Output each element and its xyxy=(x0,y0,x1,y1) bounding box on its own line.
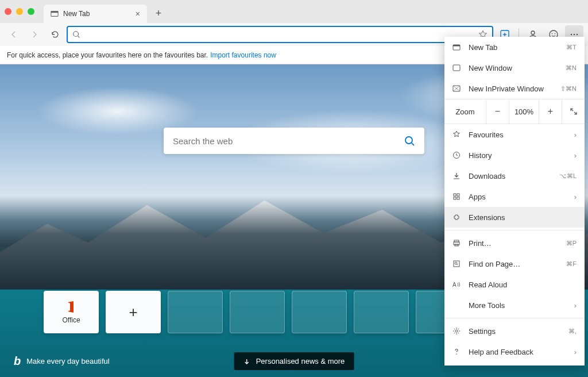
menu-favourites[interactable]: Favourites › xyxy=(444,124,585,145)
svg-point-32 xyxy=(455,330,458,332)
import-favourites-link[interactable]: Import favourites now xyxy=(210,51,276,59)
menu-downloads[interactable]: Downloads ⌥⌘L xyxy=(444,166,585,186)
arrow-down-icon xyxy=(243,358,250,365)
browser-tab[interactable]: New Tab × xyxy=(44,5,147,23)
chevron-right-icon: › xyxy=(574,348,577,356)
svg-rect-24 xyxy=(457,197,459,199)
menu-apps[interactable]: Apps › xyxy=(444,186,585,207)
svg-point-7 xyxy=(531,31,535,34)
svg-line-30 xyxy=(457,264,458,266)
web-search-input[interactable] xyxy=(173,136,404,146)
svg-rect-17 xyxy=(453,45,460,47)
favourites-bar-text: For quick access, place your favourites … xyxy=(7,51,208,59)
new-tab-button[interactable]: + xyxy=(150,5,167,21)
menu-find[interactable]: Find on Page… ⌘F xyxy=(444,253,585,274)
chevron-right-icon: › xyxy=(574,151,577,160)
inprivate-icon xyxy=(452,84,462,93)
tile-placeholder[interactable] xyxy=(292,291,347,333)
download-icon xyxy=(452,172,462,180)
menu-new-tab[interactable]: New Tab ⌘T xyxy=(444,37,585,57)
svg-point-2 xyxy=(74,32,79,37)
refresh-button[interactable] xyxy=(46,25,64,44)
tile-placeholder[interactable] xyxy=(230,291,285,333)
search-submit-icon[interactable] xyxy=(404,135,415,147)
menu-extensions[interactable]: Extensions xyxy=(444,207,585,228)
plus-icon: + xyxy=(129,303,137,321)
fullscreen-button[interactable] xyxy=(562,99,585,124)
menu-separator xyxy=(444,318,585,318)
menu-settings[interactable]: Settings ⌘, xyxy=(444,321,585,341)
svg-text:A: A xyxy=(452,282,457,288)
back-button[interactable] xyxy=(5,25,23,44)
read-aloud-icon: A xyxy=(452,280,462,288)
bing-logo-icon: b xyxy=(14,355,21,368)
star-icon xyxy=(452,130,462,139)
svg-point-13 xyxy=(577,34,578,35)
settings-menu: New Tab ⌘T New Window ⌘N New InPrivate W… xyxy=(444,37,585,366)
svg-point-29 xyxy=(455,262,457,264)
news-pill-label: Personalised news & more xyxy=(256,357,345,366)
extensions-icon xyxy=(452,213,462,221)
office-icon xyxy=(64,300,78,314)
svg-rect-22 xyxy=(457,194,459,196)
tile-placeholder[interactable] xyxy=(168,291,223,333)
tile-add[interactable]: + xyxy=(106,291,161,333)
chevron-right-icon: › xyxy=(574,193,577,201)
menu-separator xyxy=(444,230,585,230)
svg-line-15 xyxy=(412,143,414,145)
apps-icon xyxy=(452,193,462,201)
tagline-text: Make every day beautiful xyxy=(26,357,110,366)
menu-new-inprivate[interactable]: New InPrivate Window ⇧⌘N xyxy=(444,78,585,99)
svg-point-10 xyxy=(555,33,556,34)
news-toggle-pill[interactable]: Personalised news & more xyxy=(234,352,354,370)
tile-placeholder[interactable] xyxy=(354,291,409,333)
menu-zoom-row: Zoom − 100% + xyxy=(444,99,585,124)
chevron-right-icon: › xyxy=(574,130,577,139)
address-input[interactable] xyxy=(84,30,475,39)
menu-more-tools[interactable]: More Tools › xyxy=(444,295,585,316)
svg-rect-28 xyxy=(454,261,459,267)
chevron-right-icon: › xyxy=(574,301,577,310)
zoom-in-button[interactable]: + xyxy=(539,99,562,124)
svg-rect-21 xyxy=(454,194,456,196)
tile-office[interactable]: Office xyxy=(44,291,99,333)
print-icon xyxy=(452,239,462,247)
zoom-value: 100% xyxy=(509,99,539,124)
svg-point-12 xyxy=(574,34,575,35)
menu-new-window[interactable]: New Window ⌘N xyxy=(444,57,585,78)
tile-label: Office xyxy=(62,316,80,324)
address-bar[interactable] xyxy=(67,26,493,43)
svg-point-9 xyxy=(552,33,553,34)
new-window-icon xyxy=(452,64,462,72)
footer-tagline: b Make every day beautiful xyxy=(14,355,110,368)
svg-point-11 xyxy=(571,34,572,35)
tab-close-button[interactable]: × xyxy=(136,9,140,18)
find-icon xyxy=(452,260,462,268)
zoom-out-button[interactable]: − xyxy=(486,99,509,124)
svg-rect-23 xyxy=(454,197,456,199)
tab-favicon-icon xyxy=(51,10,59,18)
menu-print[interactable]: Print… ⌘P xyxy=(444,233,585,253)
new-tab-icon xyxy=(452,43,462,51)
help-icon xyxy=(452,348,462,356)
search-icon xyxy=(72,30,80,39)
svg-rect-18 xyxy=(453,65,460,71)
web-search-box[interactable] xyxy=(164,128,424,154)
titlebar: New Tab × + xyxy=(0,0,588,23)
svg-point-33 xyxy=(456,353,457,355)
maximize-window-button[interactable] xyxy=(28,8,34,15)
tab-title: New Tab xyxy=(63,10,131,18)
forward-button[interactable] xyxy=(25,25,44,44)
menu-history[interactable]: History › xyxy=(444,145,585,166)
menu-read-aloud[interactable]: A Read Aloud xyxy=(444,274,585,295)
svg-point-14 xyxy=(405,137,412,144)
menu-help[interactable]: Help and Feedback › xyxy=(444,341,585,362)
svg-line-3 xyxy=(78,36,80,38)
window-controls xyxy=(5,8,44,15)
zoom-label: Zoom xyxy=(444,99,486,124)
gear-icon xyxy=(452,327,462,335)
history-icon xyxy=(452,151,462,159)
close-window-button[interactable] xyxy=(5,8,11,15)
svg-rect-1 xyxy=(51,11,58,13)
minimize-window-button[interactable] xyxy=(16,8,23,15)
